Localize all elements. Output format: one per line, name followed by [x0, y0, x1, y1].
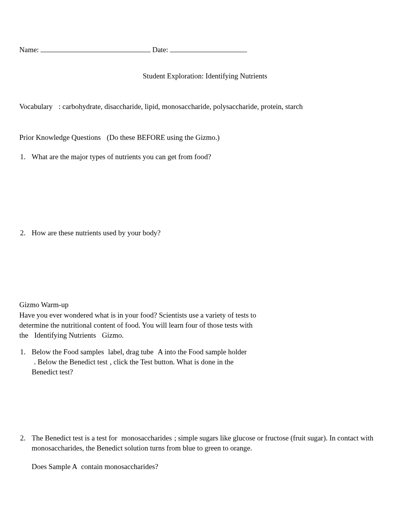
prior-question-2: 2. How are these nutrients used by your … [19, 228, 391, 238]
name-date-row: Name: Date: [19, 45, 391, 55]
text-segment: , click the [110, 358, 141, 366]
date-label: Date: [152, 45, 170, 55]
name-label: Name: [19, 45, 41, 55]
vocabulary-text: : carbohydrate, disaccharide, lipid, mon… [59, 102, 303, 110]
date-input-line[interactable] [170, 45, 247, 52]
question-text: What are the major types of nutrients yo… [32, 152, 391, 162]
warmup-question-1: 1. Below the Food samples label, drag tu… [19, 347, 391, 377]
question-text: How are these nutrients used by your bod… [32, 228, 391, 238]
name-input-line[interactable] [41, 45, 151, 52]
prior-question-1: 1. What are the major types of nutrients… [19, 152, 391, 162]
food-samples-term: Food samples [63, 348, 106, 356]
prior-knowledge-label: Prior Knowledge Questions [19, 133, 103, 141]
warmup-heading: Gizmo Warm-up [19, 300, 391, 310]
food-sample-term: Food sample [188, 348, 228, 356]
text-segment: contain monosaccharides? [81, 462, 158, 471]
warmup-question-2: 2. The Benedict test is a test for monos… [19, 433, 391, 453]
text-segment: label, drag tube [108, 348, 155, 356]
holder-term: holder [228, 348, 247, 356]
question-text: The Benedict test is a test for monosacc… [32, 433, 391, 453]
benedict-test-term: Benedict test [69, 358, 108, 366]
document-title-row: Student Exploration: Identifying Nutrien… [19, 71, 391, 81]
sample-a-term: A [72, 462, 79, 471]
warmup-followup: Does Sample A contain monosaccharides? [19, 462, 391, 472]
question-number: 1. [19, 347, 32, 377]
tube-a-term: A [158, 348, 164, 356]
question-number: 2. [19, 228, 32, 238]
monosaccharides-term: monosaccharides [121, 434, 172, 442]
test-button-term: Test [140, 358, 154, 366]
text-segment: Does Sample [32, 462, 72, 471]
question-number: 1. [19, 152, 32, 162]
question-number: 2. [19, 433, 32, 453]
document-title: Student Exploration: Identifying Nutrien… [143, 72, 267, 80]
text-segment: . Below the [34, 358, 69, 366]
text-segment: Below the [32, 348, 63, 356]
text-segment: into the [164, 348, 188, 356]
vocabulary-row: Vocabulary : carbohydrate, disaccharide,… [19, 102, 391, 112]
warmup-identifying-nutrients: Identifying Nutrients [34, 331, 96, 339]
text-segment: The Benedict test is a test for [32, 434, 119, 442]
question-text: Below the Food samples label, drag tube … [32, 347, 248, 377]
warmup-text-post: Gizmo. [102, 331, 124, 339]
vocabulary-label: Vocabulary [19, 102, 53, 110]
warmup-paragraph: Have you ever wondered what is in your f… [19, 310, 259, 340]
prior-knowledge-row: Prior Knowledge Questions (Do these BEFO… [19, 133, 391, 143]
prior-knowledge-note: (Do these BEFORE using the Gizmo.) [107, 133, 220, 141]
